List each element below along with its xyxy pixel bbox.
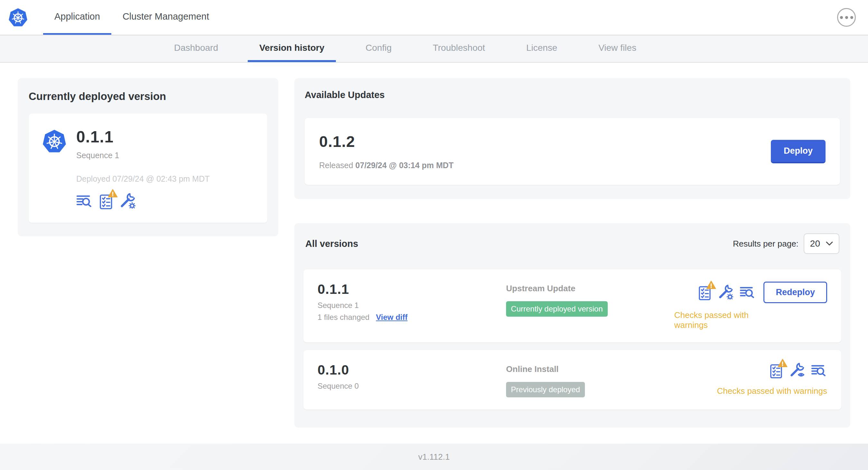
checks-status-text[interactable]: Checks passed with warnings [717,386,828,396]
update-version-number: 0.1.2 [319,133,454,150]
warning-triangle-icon [706,280,716,290]
tab-cluster-management[interactable]: Cluster Management [111,0,220,35]
redeploy-button[interactable]: Redeploy [764,281,827,303]
results-per-page-select[interactable]: 20 [804,233,839,254]
release-notes-icon[interactable] [740,286,756,301]
tab-view-files[interactable]: View files [587,35,648,62]
warning-triangle-icon [778,359,787,368]
tab-application[interactable]: Application [43,0,111,35]
main-content: Currently deployed version [0,63,868,444]
tab-troubleshoot-label: Troubleshoot [433,43,485,53]
tab-dashboard-label: Dashboard [174,43,218,53]
tab-application-label: Application [54,11,100,22]
tab-cluster-management-label: Cluster Management [123,11,209,22]
release-notes-icon[interactable] [76,194,93,210]
all-versions-card: All versions Results per page: 20 0.1.1 … [294,223,850,428]
view-config-icon[interactable] [789,362,805,379]
tab-troubleshoot[interactable]: Troubleshoot [421,35,496,62]
row-version-number: 0.1.1 [317,281,506,297]
top-bar: Application Cluster Management [0,0,868,35]
preflight-checks-warning-icon[interactable] [699,286,711,301]
checks-status-text[interactable]: Checks passed with warnings [674,310,760,330]
tab-license-label: License [526,43,558,53]
deployed-version-number: 0.1.1 [76,128,210,146]
currently-deployed-title: Currently deployed version [29,90,267,103]
available-updates-title: Available Updates [305,90,840,100]
row-version-number: 0.1.0 [317,362,506,378]
row-sequence: Sequence 0 [317,381,506,391]
edit-config-icon[interactable] [718,284,733,301]
version-row-0-1-1: 0.1.1 Sequence 1 1 files changed View di… [303,269,841,342]
kubernetes-logo-icon [8,7,28,28]
status-badge-currently-deployed: Currently deployed version [506,301,608,317]
tab-dashboard[interactable]: Dashboard [162,35,230,62]
row-sequence: Sequence 1 [317,301,506,310]
available-updates-card: Available Updates 0.1.2 Released 07/29/2… [294,78,850,199]
update-row: 0.1.2 Released 07/29/24 @ 03:14 pm MDT D… [305,118,840,185]
dot [840,16,843,19]
row-source-label: Upstream Update [506,283,674,294]
all-versions-title: All versions [305,239,358,249]
status-badge-previously-deployed: Previously deployed [506,382,585,397]
tab-config-label: Config [366,43,392,53]
tab-license[interactable]: License [515,35,569,62]
console-version: v1.112.1 [418,452,450,462]
deployed-sequence: Sequence 1 [76,151,210,160]
row-source-label: Online Install [506,364,674,374]
view-diff-link[interactable]: View diff [376,313,407,322]
update-released-line: Released 07/29/24 @ 03:14 pm MDT [319,161,454,170]
results-per-page-label: Results per page: [733,239,799,249]
dot [845,16,848,19]
tab-view-files-label: View files [598,43,637,53]
footer: v1.112.1 [0,444,868,470]
results-per-page-value: 20 [810,239,820,249]
files-changed-label: 1 files changed [317,313,369,322]
ellipsis-menu-icon[interactable] [837,8,856,27]
app-subnav: Dashboard Version history Config Trouble… [0,35,868,63]
deployed-timestamp: Deployed 07/29/24 @ 02:43 pm MDT [76,174,210,183]
warning-triangle-icon [108,189,118,198]
dot [850,16,853,19]
edit-config-icon[interactable] [119,193,135,210]
preflight-checks-warning-icon[interactable] [99,194,113,210]
kubernetes-app-icon [41,128,67,154]
version-row-0-1-0: 0.1.0 Sequence 0 Online Install Previous… [303,350,841,409]
header-tabs: Application Cluster Management [43,0,220,35]
deployed-version-panel: 0.1.1 Sequence 1 Deployed 07/29/24 @ 02:… [29,113,267,223]
released-date: 07/29/24 @ 03:14 pm MDT [355,161,454,170]
released-label: Released [319,161,353,170]
currently-deployed-card: Currently deployed version [18,78,278,236]
tab-version-history-label: Version history [259,43,324,53]
preflight-checks-warning-icon[interactable] [770,364,783,379]
release-notes-icon[interactable] [811,364,827,379]
tab-config[interactable]: Config [354,35,403,62]
deploy-button[interactable]: Deploy [771,140,826,163]
tab-version-history[interactable]: Version history [248,35,336,62]
chevron-down-icon [826,241,833,246]
